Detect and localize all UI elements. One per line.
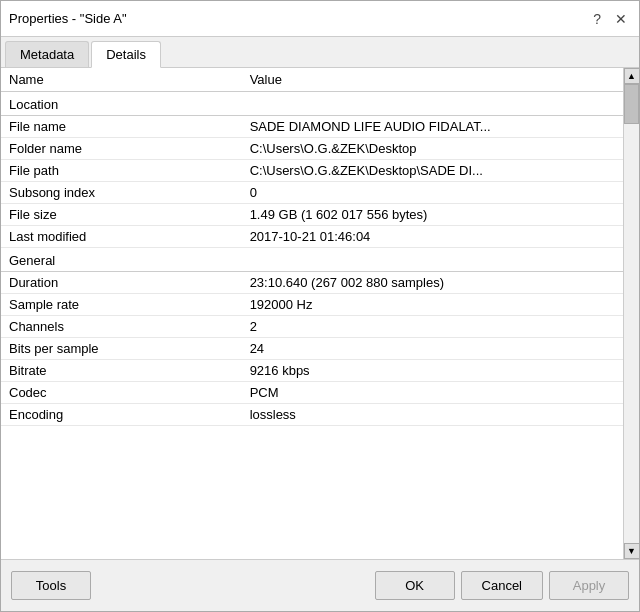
row-value: lossless <box>242 404 623 426</box>
table-row: CodecPCM <box>1 382 623 404</box>
col-name-header: Name <box>1 68 242 92</box>
row-name: Folder name <box>1 138 242 160</box>
section-label: Location <box>1 92 623 116</box>
row-name: Duration <box>1 272 242 294</box>
section-header-location: Location <box>1 92 623 116</box>
row-value: C:\Users\O.G.&ZEK\Desktop\SADE DI... <box>242 160 623 182</box>
section-label: General <box>1 248 623 272</box>
tools-button[interactable]: Tools <box>11 571 91 600</box>
table-row: Last modified2017-10-21 01:46:04 <box>1 226 623 248</box>
row-value: 9216 kbps <box>242 360 623 382</box>
cancel-button[interactable]: Cancel <box>461 571 543 600</box>
table-row: File pathC:\Users\O.G.&ZEK\Desktop\SADE … <box>1 160 623 182</box>
footer-left: Tools <box>11 571 91 600</box>
tab-metadata[interactable]: Metadata <box>5 41 89 67</box>
close-button[interactable]: ✕ <box>611 11 631 27</box>
scrollbar-track[interactable] <box>624 84 639 543</box>
row-value: 0 <box>242 182 623 204</box>
row-name: File size <box>1 204 242 226</box>
table-row: Sample rate192000 Hz <box>1 294 623 316</box>
help-button[interactable]: ? <box>589 11 605 27</box>
row-name: Sample rate <box>1 294 242 316</box>
row-name: Codec <box>1 382 242 404</box>
row-name: File name <box>1 116 242 138</box>
table-row: Bits per sample24 <box>1 338 623 360</box>
row-name: Encoding <box>1 404 242 426</box>
ok-button[interactable]: OK <box>375 571 455 600</box>
table-row: Encodinglossless <box>1 404 623 426</box>
title-bar: Properties - "Side A" ? ✕ <box>1 1 639 37</box>
row-value: 2017-10-21 01:46:04 <box>242 226 623 248</box>
table-row: File nameSADE DIAMOND LIFE AUDIO FIDALAT… <box>1 116 623 138</box>
content-area: Name Value LocationFile nameSADE DIAMOND… <box>1 68 639 559</box>
row-name: File path <box>1 160 242 182</box>
tab-bar: Metadata Details <box>1 37 639 68</box>
row-value: 23:10.640 (267 002 880 samples) <box>242 272 623 294</box>
scrollbar-down-button[interactable]: ▼ <box>624 543 640 559</box>
row-name: Bitrate <box>1 360 242 382</box>
scrollbar-up-button[interactable]: ▲ <box>624 68 640 84</box>
scrollbar: ▲ ▼ <box>623 68 639 559</box>
col-value-header: Value <box>242 68 623 92</box>
properties-window: Properties - "Side A" ? ✕ Metadata Detai… <box>0 0 640 612</box>
apply-button[interactable]: Apply <box>549 571 629 600</box>
table-row: File size1.49 GB (1 602 017 556 bytes) <box>1 204 623 226</box>
scrollbar-thumb[interactable] <box>624 84 639 124</box>
row-value: 24 <box>242 338 623 360</box>
row-name: Subsong index <box>1 182 242 204</box>
window-title: Properties - "Side A" <box>9 11 127 26</box>
row-value: PCM <box>242 382 623 404</box>
row-value: 1.49 GB (1 602 017 556 bytes) <box>242 204 623 226</box>
row-name: Bits per sample <box>1 338 242 360</box>
row-value: C:\Users\O.G.&ZEK\Desktop <box>242 138 623 160</box>
table-row: Bitrate9216 kbps <box>1 360 623 382</box>
table-row: Channels2 <box>1 316 623 338</box>
row-name: Last modified <box>1 226 242 248</box>
footer-right: OK Cancel Apply <box>375 571 629 600</box>
table-row: Subsong index0 <box>1 182 623 204</box>
row-value: SADE DIAMOND LIFE AUDIO FIDALAT... <box>242 116 623 138</box>
tab-details[interactable]: Details <box>91 41 161 68</box>
footer: Tools OK Cancel Apply <box>1 559 639 611</box>
row-name: Channels <box>1 316 242 338</box>
row-value: 192000 Hz <box>242 294 623 316</box>
details-table-container: Name Value LocationFile nameSADE DIAMOND… <box>1 68 623 559</box>
table-row: Duration23:10.640 (267 002 880 samples) <box>1 272 623 294</box>
title-bar-controls: ? ✕ <box>589 11 631 27</box>
row-value: 2 <box>242 316 623 338</box>
section-header-general: General <box>1 248 623 272</box>
table-row: Folder nameC:\Users\O.G.&ZEK\Desktop <box>1 138 623 160</box>
details-table: Name Value LocationFile nameSADE DIAMOND… <box>1 68 623 426</box>
